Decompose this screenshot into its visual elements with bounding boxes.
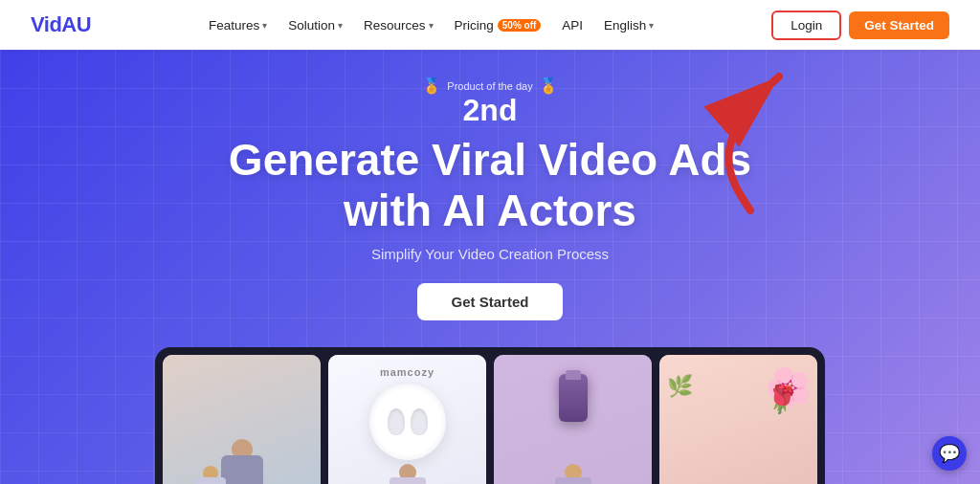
login-button[interactable]: Login — [771, 11, 841, 40]
nav-language[interactable]: English ▾ — [596, 12, 661, 38]
video-card-1 — [163, 355, 321, 484]
nav-pricing[interactable]: Pricing 50% off — [447, 12, 549, 38]
logo[interactable]: VidAU — [31, 12, 91, 37]
video-card-2: mamcozy — [328, 355, 486, 484]
chevron-down-icon: ▾ — [429, 20, 434, 31]
nav-resources[interactable]: Resources ▾ — [356, 12, 441, 38]
video-card-4: 🌸 🌹 🌿 — [659, 355, 817, 484]
nav-api[interactable]: API — [554, 12, 590, 38]
nav-features[interactable]: Features ▾ — [201, 12, 275, 38]
product-rank: 2nd — [463, 95, 518, 125]
hero-section: 🏅 Product of the day 🏅 2nd Generate Vira… — [0, 50, 980, 484]
header: VidAU Features ▾ Solution ▾ Resources ▾ … — [0, 0, 980, 50]
chat-button[interactable]: 💬 — [932, 436, 967, 471]
get-started-header-button[interactable]: Get Started — [849, 11, 949, 39]
chevron-down-icon: ▾ — [338, 20, 343, 31]
hero-title: Generate Viral Video Ads with AI Actors — [229, 135, 751, 236]
chat-icon: 💬 — [939, 443, 960, 464]
main-nav: Features ▾ Solution ▾ Resources ▾ Pricin… — [201, 12, 661, 38]
hero-content: 🏅 Product of the day 🏅 2nd Generate Vira… — [0, 50, 980, 484]
product-badge: 🏅 Product of the day 🏅 2nd — [422, 77, 557, 125]
laurel-right-icon: 🏅 — [539, 77, 558, 95]
nav-solution[interactable]: Solution ▾ — [280, 12, 350, 38]
product-of-day-label: Product of the day — [447, 80, 532, 92]
hero-get-started-button[interactable]: Get Started — [417, 283, 564, 320]
chevron-down-icon: ▾ — [649, 20, 654, 31]
discount-badge: 50% off — [498, 19, 542, 32]
hero-subtitle: Simplify Your Video Creation Process — [371, 246, 609, 262]
chevron-down-icon: ▾ — [262, 20, 267, 31]
video-cards-row: mamcozy — [155, 347, 825, 484]
header-actions: Login Get Started — [771, 11, 949, 40]
video-card-3 — [494, 355, 652, 484]
laurel-left-icon: 🏅 — [422, 77, 441, 95]
